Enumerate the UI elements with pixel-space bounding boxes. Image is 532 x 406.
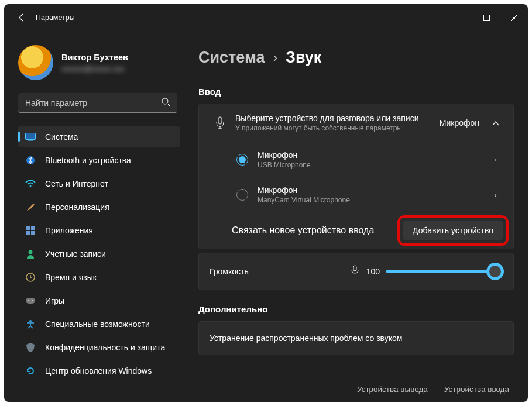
svg-point-1 <box>162 98 168 104</box>
volume-slider[interactable] <box>386 270 503 273</box>
profile-name: Виктор Бухтеев <box>61 53 128 62</box>
svg-rect-17 <box>353 266 356 271</box>
input-device-item[interactable]: Микрофон ManyCam Virtual Microphone › <box>199 177 513 212</box>
troubleshoot-label: Устранение распространенных проблем со з… <box>210 333 402 343</box>
device-name: Микрофон <box>258 150 489 160</box>
sidebar: Виктор Бухтеев xxxxxx@xxxxx.xxx Система … <box>4 31 184 402</box>
minimize-button[interactable] <box>445 8 473 27</box>
input-device-item[interactable]: Микрофон USB Microphone › <box>199 142 513 177</box>
sidebar-item-accessibility[interactable]: Специальные возможности <box>18 313 180 335</box>
chevron-right-icon[interactable]: › <box>489 190 503 199</box>
svg-point-14 <box>32 300 33 301</box>
svg-rect-3 <box>28 140 33 141</box>
apps-icon <box>25 225 36 236</box>
sidebar-item-label: Bluetooth и устройства <box>45 156 131 165</box>
svg-point-15 <box>29 320 32 322</box>
svg-point-13 <box>28 300 29 301</box>
radio-selected[interactable] <box>236 154 248 166</box>
chevron-right-icon[interactable]: › <box>489 155 503 164</box>
sidebar-item-personalization[interactable]: Персонализация <box>18 196 180 218</box>
mic-icon <box>351 265 359 278</box>
svg-point-5 <box>30 185 32 187</box>
footer-input-link[interactable]: Устройства ввода <box>444 385 509 394</box>
sidebar-item-label: Конфиденциальность и защита <box>45 343 165 352</box>
sidebar-item-label: Специальные возможности <box>45 319 150 329</box>
wifi-icon <box>25 178 36 189</box>
breadcrumb-current: Звук <box>286 49 321 67</box>
settings-window: Параметры Виктор Бухтеев xxxxxx@xxxxx.xx… <box>4 4 528 402</box>
shield-icon <box>25 342 36 353</box>
sidebar-item-label: Время и язык <box>45 273 97 282</box>
footer-output-link[interactable]: Устройства вывода <box>357 385 428 394</box>
sidebar-item-apps[interactable]: Приложения <box>18 219 180 241</box>
sidebar-item-label: Система <box>45 132 78 142</box>
mic-icon <box>210 116 231 129</box>
accessibility-icon <box>25 319 36 329</box>
nav: Система Bluetooth и устройства Сеть и Ин… <box>18 126 180 381</box>
svg-rect-7 <box>31 226 35 230</box>
profile[interactable]: Виктор Бухтеев xxxxxx@xxxxx.xxx <box>18 45 180 80</box>
chevron-right-icon: › <box>273 50 277 66</box>
annotation-highlight: Добавить устройство <box>397 215 509 246</box>
sidebar-item-label: Центр обновления Windows <box>45 366 152 376</box>
section-input: Ввод <box>198 87 514 97</box>
device-sub: ManyCam Virtual Microphone <box>258 196 489 204</box>
svg-rect-6 <box>26 226 30 230</box>
bluetooth-icon <box>25 155 36 166</box>
title-bar: Параметры <box>4 4 528 31</box>
main: Система › Звук Ввод Выберите устройство … <box>184 31 528 402</box>
gamepad-icon <box>25 295 36 306</box>
pair-device-label: Связать новое устройство ввода <box>232 225 403 236</box>
section-more: Дополнительно <box>198 304 514 314</box>
svg-rect-12 <box>26 298 35 304</box>
device-name: Микрофон <box>258 185 489 195</box>
search-icon <box>162 98 170 108</box>
radio-unselected[interactable] <box>236 189 248 201</box>
sidebar-item-privacy[interactable]: Конфиденциальность и защита <box>18 336 180 358</box>
chevron-up-icon[interactable] <box>489 119 503 128</box>
pair-device-row: Связать новое устройство ввода Добавить … <box>199 212 513 249</box>
input-header-subtitle: У приложений могут быть собственные пара… <box>235 124 440 132</box>
profile-email: xxxxxx@xxxxx.xxx <box>61 64 128 73</box>
sidebar-item-time[interactable]: Время и язык <box>18 266 180 288</box>
sidebar-item-label: Персонализация <box>45 202 109 212</box>
svg-rect-9 <box>31 231 35 235</box>
brush-icon <box>25 202 36 212</box>
svg-rect-8 <box>26 231 30 235</box>
sidebar-item-system[interactable]: Система <box>18 126 180 147</box>
update-icon <box>25 366 36 376</box>
sidebar-item-network[interactable]: Сеть и Интернет <box>18 173 180 194</box>
volume-row: Громкость 100 <box>198 253 514 290</box>
back-button[interactable] <box>12 8 31 27</box>
add-device-button[interactable]: Добавить устройство <box>403 221 503 240</box>
sidebar-item-label: Учетные записи <box>45 249 106 259</box>
sidebar-item-label: Приложения <box>45 226 93 235</box>
sidebar-item-label: Игры <box>45 296 64 305</box>
device-sub: USB Microphone <box>258 161 489 169</box>
avatar <box>18 45 53 80</box>
breadcrumb-parent[interactable]: Система <box>198 49 265 67</box>
footer-links: Устройства вывода Устройства ввода <box>198 377 514 402</box>
input-header-title: Выберите устройство для разговора или за… <box>235 113 440 123</box>
input-devices-card: Выберите устройство для разговора или за… <box>198 104 514 249</box>
sidebar-item-gaming[interactable]: Игры <box>18 290 180 311</box>
svg-point-10 <box>29 250 33 254</box>
person-icon <box>25 249 36 259</box>
sidebar-item-update[interactable]: Центр обновления Windows <box>18 360 180 381</box>
volume-value: 100 <box>366 267 380 276</box>
close-button[interactable] <box>500 8 528 27</box>
input-device-header[interactable]: Выберите устройство для разговора или за… <box>199 104 513 142</box>
svg-rect-2 <box>26 133 36 139</box>
clock-icon <box>25 272 36 283</box>
sidebar-item-bluetooth[interactable]: Bluetooth и устройства <box>18 149 180 171</box>
window-title: Параметры <box>36 13 75 22</box>
search-input[interactable] <box>18 93 177 113</box>
system-icon <box>25 132 36 142</box>
troubleshoot-card[interactable]: Устранение распространенных проблем со з… <box>198 321 514 355</box>
maximize-button[interactable] <box>473 8 500 27</box>
sidebar-item-accounts[interactable]: Учетные записи <box>18 243 180 264</box>
input-header-value: Микрофон <box>440 118 479 128</box>
sidebar-item-label: Сеть и Интернет <box>45 179 108 188</box>
volume-label: Громкость <box>210 267 249 276</box>
svg-rect-16 <box>218 117 222 124</box>
